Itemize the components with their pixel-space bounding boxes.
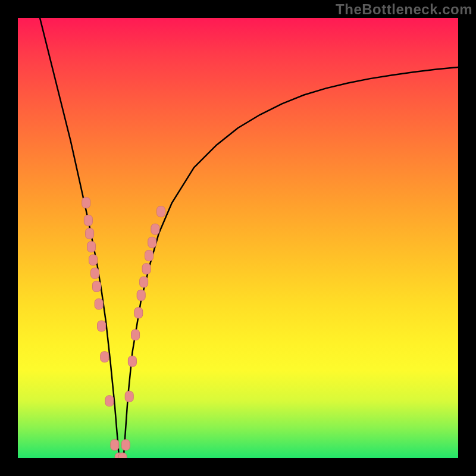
- curve-marker: [92, 281, 101, 292]
- plot-area: [18, 18, 458, 458]
- curve-marker: [157, 206, 165, 217]
- curve-marker: [87, 242, 96, 252]
- curve-marker: [98, 321, 106, 331]
- curve-marker: [128, 356, 136, 367]
- chart-frame: TheBottleneck.com: [0, 0, 476, 476]
- curve-marker: [86, 228, 94, 239]
- curve-marker: [148, 237, 156, 248]
- curve-marker: [118, 453, 127, 458]
- chart-svg: [18, 18, 458, 458]
- curve-marker: [137, 290, 145, 300]
- watermark-link[interactable]: TheBottleneck.com: [336, 1, 472, 17]
- curve-marker: [145, 250, 154, 261]
- curve-marker: [131, 330, 140, 340]
- curve-marker: [101, 352, 109, 362]
- curve-marker: [91, 268, 99, 278]
- watermark[interactable]: TheBottleneck.com: [336, 1, 472, 18]
- curve-markers: [82, 198, 165, 458]
- curve-marker: [82, 198, 90, 208]
- curve-marker: [151, 224, 159, 234]
- curve-marker: [134, 308, 143, 318]
- curve-marker: [95, 299, 103, 309]
- curve-marker: [140, 277, 148, 287]
- curve-marker: [111, 440, 119, 450]
- curve-marker: [105, 396, 114, 406]
- curve-marker: [89, 255, 98, 265]
- curve-marker: [121, 440, 130, 450]
- curve-marker: [142, 264, 151, 274]
- curve-marker: [125, 391, 133, 402]
- curve-marker: [84, 215, 92, 226]
- bottleneck-curve: [40, 18, 458, 458]
